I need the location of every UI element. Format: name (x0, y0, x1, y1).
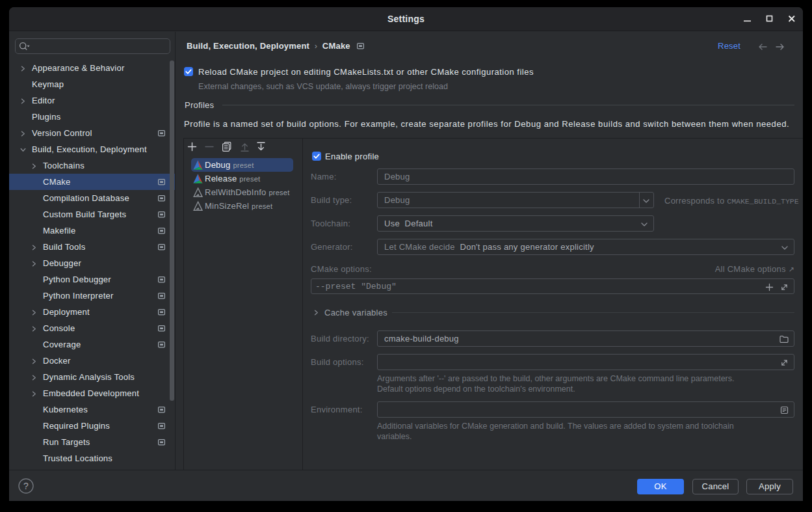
svg-text:?: ? (23, 481, 29, 491)
